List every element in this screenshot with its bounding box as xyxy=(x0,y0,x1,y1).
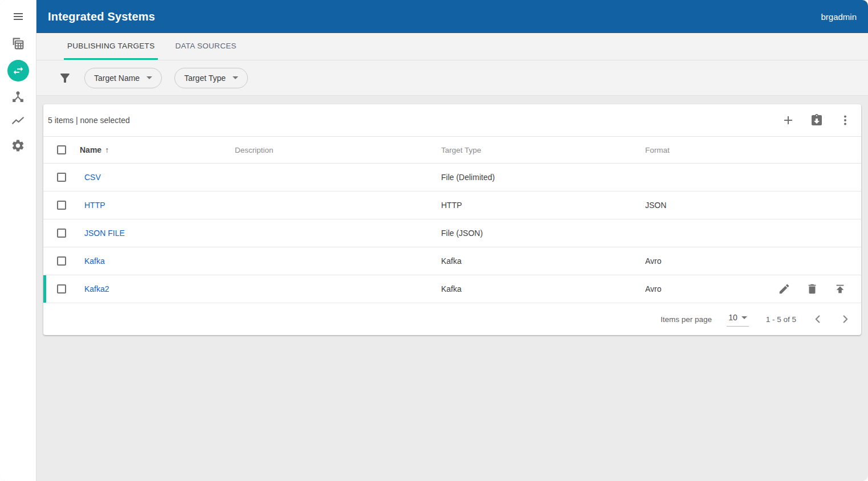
row-target-type: File (Delimited) xyxy=(441,173,645,182)
publish-button[interactable] xyxy=(834,283,846,295)
plus-icon xyxy=(781,113,795,127)
row-target-type: Kafka xyxy=(441,284,645,294)
current-user[interactable]: brgadmin xyxy=(821,12,857,22)
swap-horizontal-icon xyxy=(12,64,25,77)
trend-line-icon xyxy=(11,114,25,128)
sidebar-item-hub[interactable] xyxy=(10,88,26,104)
previous-page-button[interactable] xyxy=(811,312,825,326)
row-name-link[interactable]: Kafka xyxy=(84,256,105,266)
table-row-selected: Kafka2 Kafka Avro xyxy=(43,275,861,303)
chevron-down-icon xyxy=(741,316,747,319)
pagination-range: 1 - 5 of 5 xyxy=(766,315,796,324)
row-checkbox[interactable] xyxy=(57,173,66,182)
tables-icon xyxy=(11,36,25,51)
next-page-button[interactable] xyxy=(838,312,852,326)
publish-upload-icon xyxy=(834,283,846,295)
table-row: Kafka Kafka Avro xyxy=(43,247,861,275)
filter-chip-target-name[interactable]: Target Name xyxy=(84,68,162,88)
column-header-target-type[interactable]: Target Type xyxy=(441,146,645,154)
items-per-page-label: Items per page xyxy=(661,315,712,324)
sidebar xyxy=(0,0,36,481)
sidebar-item-trends[interactable] xyxy=(10,113,26,129)
tab-publishing-targets[interactable]: PUBLISHING TARGETS xyxy=(64,33,158,60)
chevron-down-icon xyxy=(233,76,238,79)
row-format: Avro xyxy=(645,256,771,266)
table-row: CSV File (Delimited) xyxy=(43,164,861,191)
menu-icon[interactable] xyxy=(9,7,27,26)
row-target-type: File (JSON) xyxy=(441,229,645,238)
sort-ascending-icon: ↑ xyxy=(105,145,109,154)
trash-icon xyxy=(806,283,818,295)
more-options-button[interactable] xyxy=(838,113,852,127)
filter-chip-target-type[interactable]: Target Type xyxy=(174,68,248,88)
filter-chip-label: Target Type xyxy=(184,74,226,83)
filter-chip-label: Target Name xyxy=(94,74,140,83)
add-target-button[interactable] xyxy=(781,113,795,127)
filter-icon xyxy=(58,71,72,85)
tabs-bar: PUBLISHING TARGETS DATA SOURCES xyxy=(36,33,868,60)
row-checkbox[interactable] xyxy=(57,284,66,294)
items-per-page-value: 10 xyxy=(728,313,737,322)
row-name-link[interactable]: CSV xyxy=(84,173,101,182)
row-checkbox[interactable] xyxy=(57,201,66,210)
row-format: JSON xyxy=(645,201,771,210)
edit-button[interactable] xyxy=(778,283,790,295)
column-header-name[interactable]: Name ↑ xyxy=(80,145,235,154)
sidebar-item-settings[interactable] xyxy=(10,137,26,153)
column-header-format[interactable]: Format xyxy=(645,146,771,154)
select-all-checkbox[interactable] xyxy=(57,145,66,154)
row-actions xyxy=(771,283,861,295)
row-checkbox[interactable] xyxy=(57,229,66,238)
publishing-targets-card: 5 items | none selected xyxy=(43,104,861,335)
content-area: 5 items | none selected xyxy=(36,96,868,481)
chevron-down-icon xyxy=(146,76,152,79)
row-name-link[interactable]: HTTP xyxy=(84,201,105,210)
row-name-link[interactable]: Kafka2 xyxy=(84,284,109,294)
clipboard-download-icon xyxy=(810,113,824,127)
sidebar-nav xyxy=(7,35,29,162)
table-toolbar: 5 items | none selected xyxy=(43,104,861,136)
table-row: HTTP HTTP JSON xyxy=(43,191,861,219)
sidebar-item-tables[interactable] xyxy=(10,35,26,51)
app-window: Integrated Systems brgadmin PUBLISHING T… xyxy=(0,0,868,481)
row-name-link[interactable]: JSON FILE xyxy=(84,229,125,238)
device-hub-icon xyxy=(11,89,25,104)
kebab-menu-icon xyxy=(838,113,852,127)
delete-button[interactable] xyxy=(806,283,818,295)
pencil-icon xyxy=(778,283,790,295)
toolbar-actions xyxy=(781,113,852,127)
filter-bar: Target Name Target Type xyxy=(36,60,868,96)
chevron-left-icon xyxy=(812,313,824,325)
items-per-page-select[interactable]: 10 xyxy=(727,312,749,327)
page-title: Integrated Systems xyxy=(48,10,155,23)
settings-gear-icon xyxy=(11,138,25,153)
main-area: Integrated Systems brgadmin PUBLISHING T… xyxy=(36,0,868,481)
app-bar: Integrated Systems brgadmin xyxy=(36,0,868,33)
import-button[interactable] xyxy=(810,113,824,127)
table-header-row: Name ↑ Description Target Type Format xyxy=(43,136,861,164)
chevron-right-icon xyxy=(839,313,851,325)
tab-data-sources[interactable]: DATA SOURCES xyxy=(172,33,239,60)
row-format: Avro xyxy=(645,284,771,294)
pager-buttons xyxy=(811,312,852,326)
row-target-type: HTTP xyxy=(441,201,645,210)
sidebar-item-integrations[interactable] xyxy=(7,60,29,81)
pagination-bar: Items per page 10 1 - 5 of 5 xyxy=(43,303,861,335)
row-checkbox[interactable] xyxy=(57,256,66,266)
column-header-description[interactable]: Description xyxy=(235,146,441,154)
table-row: JSON FILE File (JSON) xyxy=(43,219,861,247)
row-target-type: Kafka xyxy=(441,256,645,266)
selection-summary: 5 items | none selected xyxy=(48,116,130,125)
